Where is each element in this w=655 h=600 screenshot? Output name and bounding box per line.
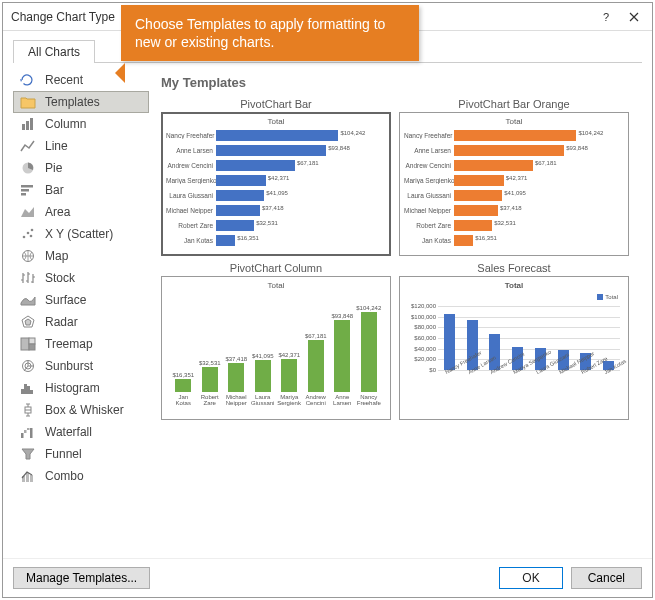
bar: [216, 235, 235, 246]
bar-category-label: Andrew Cencini: [404, 162, 454, 169]
column-category-label: Anne Larsen: [330, 394, 354, 414]
y-axis-label: $40,000: [404, 346, 436, 352]
chart-subtitle: Total: [404, 117, 624, 126]
sidebar-item-pie[interactable]: Pie: [13, 157, 149, 179]
tab-all-charts[interactable]: All Charts: [13, 40, 95, 63]
template-thumbnail: Total $16,351$32,531$37,418$41,095$42,37…: [161, 276, 391, 420]
bar-category-label: Jan Kotas: [166, 237, 216, 244]
template-item[interactable]: Sales Forecast Total Total Nancy Freehaf…: [399, 262, 629, 420]
sidebar-item-radar[interactable]: Radar: [13, 311, 149, 333]
template-grid: PivotChart Bar Total Nancy Freehafer$104…: [161, 98, 629, 420]
line-icon: [19, 138, 37, 154]
svg-rect-4: [21, 185, 33, 188]
ok-button[interactable]: OK: [499, 567, 562, 589]
svg-point-9: [31, 229, 34, 232]
sidebar-item-x-y-scatter-[interactable]: X Y (Scatter): [13, 223, 149, 245]
combo-icon: [19, 468, 37, 484]
dialog-body: All Charts RecentTemplatesColumnLinePieB…: [3, 31, 652, 558]
x-axis-label: Anne Larsen: [467, 365, 492, 396]
bar: [216, 145, 326, 156]
x-axis-label: Michael Neipper: [558, 365, 583, 396]
bar-category-label: Michael Neipper: [166, 207, 216, 214]
bar-row: Laura Giussani$41,095: [404, 188, 624, 203]
bar: [216, 130, 338, 141]
funnel-icon: [19, 446, 37, 462]
close-button[interactable]: [620, 6, 648, 28]
svg-rect-14: [29, 344, 35, 350]
sidebar-item-box-whisker[interactable]: Box & Whisker: [13, 399, 149, 421]
bar-value-label: $32,531: [492, 220, 516, 226]
cancel-button[interactable]: Cancel: [571, 567, 642, 589]
sidebar-item-label: Funnel: [45, 447, 82, 461]
sidebar-item-label: Stock: [45, 271, 75, 285]
sidebar-item-label: Waterfall: [45, 425, 92, 439]
hint-callout-text: Choose Templates to apply formatting to …: [135, 16, 385, 50]
sidebar-item-area[interactable]: Area: [13, 201, 149, 223]
area-icon: [19, 204, 37, 220]
sidebar-item-templates[interactable]: Templates: [13, 91, 149, 113]
forecast-bar: [444, 314, 455, 370]
template-item[interactable]: PivotChart Bar Total Nancy Freehafer$104…: [161, 98, 391, 256]
svg-rect-20: [30, 390, 33, 394]
legend-swatch-icon: [597, 294, 603, 300]
column-item: $93,848: [330, 313, 354, 392]
bar: [454, 130, 576, 141]
y-axis-label: $80,000: [404, 324, 436, 330]
svg-rect-12: [21, 338, 29, 350]
sidebar-item-line[interactable]: Line: [13, 135, 149, 157]
bar-category-label: Mariya Sergienko: [404, 177, 454, 184]
radar-icon: [19, 314, 37, 330]
svg-rect-23: [24, 430, 27, 433]
sidebar-item-waterfall[interactable]: Waterfall: [13, 421, 149, 443]
svg-rect-13: [29, 338, 35, 344]
template-item[interactable]: PivotChart Column Total $16,351$32,531$3…: [161, 262, 391, 420]
column-bar: [228, 363, 244, 392]
templates-heading: My Templates: [161, 75, 642, 90]
bar-value-label: $42,371: [266, 175, 290, 181]
template-title: Sales Forecast: [399, 262, 629, 274]
column-item: $42,371: [277, 352, 301, 392]
sidebar-item-funnel[interactable]: Funnel: [13, 443, 149, 465]
template-title: PivotChart Bar: [161, 98, 391, 110]
help-button[interactable]: ?: [592, 6, 620, 28]
column-item: $16,351: [171, 372, 195, 392]
column-category-label: Nancy Freehafer: [357, 394, 381, 414]
forecast-chart: Total Nancy FreehaferAnne LarsenAndrew C…: [404, 292, 624, 400]
sidebar-item-column[interactable]: Column: [13, 113, 149, 135]
sidebar-item-recent[interactable]: Recent: [13, 69, 149, 91]
column-category-label: Laura Giussani: [251, 394, 275, 414]
template-item[interactable]: PivotChart Bar Orange Total Nancy Freeha…: [399, 98, 629, 256]
svg-rect-6: [21, 193, 26, 196]
chart-type-sidebar: RecentTemplatesColumnLinePieBarAreaX Y (…: [13, 63, 149, 550]
column-item: $32,531: [198, 360, 222, 392]
bar-category-label: Laura Giussani: [404, 192, 454, 199]
bar-category-label: Nancy Freehafer: [404, 132, 454, 139]
column-bar: [361, 312, 377, 392]
sidebar-item-surface[interactable]: Surface: [13, 289, 149, 311]
sidebar-item-map[interactable]: Map: [13, 245, 149, 267]
sidebar-item-bar[interactable]: Bar: [13, 179, 149, 201]
svg-rect-0: [22, 124, 25, 130]
bar-category-label: Laura Giussani: [166, 192, 216, 199]
sidebar-item-stock[interactable]: Stock: [13, 267, 149, 289]
column-value-label: $104,242: [356, 305, 381, 311]
pie-icon: [19, 160, 37, 176]
column-value-label: $16,351: [172, 372, 194, 378]
sidebar-item-label: Area: [45, 205, 70, 219]
y-axis-label: $20,000: [404, 356, 436, 362]
sidebar-item-treemap[interactable]: Treemap: [13, 333, 149, 355]
column-category-label: Robert Zare: [198, 394, 222, 414]
bar-row: Nancy Freehafer$104,242: [404, 128, 624, 143]
column-value-label: $42,371: [278, 352, 300, 358]
sidebar-item-histogram[interactable]: Histogram: [13, 377, 149, 399]
bar-row: Jan Kotas$16,351: [404, 233, 624, 248]
svg-rect-5: [21, 189, 29, 192]
stock-icon: [19, 270, 37, 286]
manage-templates-button[interactable]: Manage Templates...: [13, 567, 150, 589]
bar-chart: Nancy Freehafer$104,242Anne Larsen$93,84…: [404, 128, 624, 248]
sidebar-item-combo[interactable]: Combo: [13, 465, 149, 487]
sidebar-item-sunburst[interactable]: Sunburst: [13, 355, 149, 377]
sidebar-item-label: Histogram: [45, 381, 100, 395]
sidebar-item-label: Sunburst: [45, 359, 93, 373]
bar-value-label: $104,242: [576, 130, 603, 136]
